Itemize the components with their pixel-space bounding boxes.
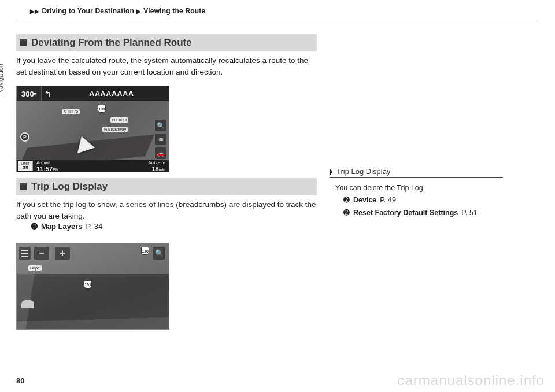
- page-number: 80: [16, 376, 24, 385]
- section-title: Trip Log Display: [31, 181, 108, 193]
- zoom-out-icon: −: [34, 247, 49, 260]
- menu-icon: [19, 247, 31, 260]
- route-shield-icon: 110: [141, 247, 149, 255]
- breadcrumb: ▶▶ Driving to Your Destination ▶ Viewing…: [16, 7, 539, 15]
- divider: [16, 19, 539, 19]
- street-label: N Hill St: [110, 117, 128, 123]
- parking-icon: P: [20, 132, 29, 142]
- breadcrumb-part-2: Viewing the Route: [143, 7, 205, 15]
- section-bullet-icon: [20, 183, 27, 190]
- map-area: − + 🔍 Hope 101 110: [17, 243, 169, 329]
- turn-icon: ↰: [42, 86, 54, 101]
- search-icon: 🔍: [153, 247, 165, 260]
- zoom-in-icon: +: [55, 247, 70, 260]
- page-body: Deviating From the Planned Route If you …: [16, 33, 539, 335]
- manual-page: ▶▶ Driving to Your Destination ▶ Viewing…: [0, 0, 555, 392]
- street-label: Hope: [28, 265, 42, 271]
- street-grid: [16, 274, 169, 330]
- side-note-text: You can delete the Trip Log.: [335, 183, 503, 194]
- side-note-title: Trip Log Display: [336, 167, 390, 176]
- nav-bottom-bar: LIMIT35 Arrival11:57PM Arrive In18min: [17, 160, 169, 172]
- map-area: P N Hill St N Hill St N Broadway 101 🔍 ≋…: [17, 101, 169, 160]
- speed-limit-sign: LIMIT35: [18, 161, 33, 171]
- layers-icon: ≋: [155, 134, 166, 145]
- section-body: If you set the trip log to show, a serie…: [16, 195, 317, 237]
- nav-top-bar: 300ft ↰ AAAAAAAA: [17, 86, 169, 101]
- mouse-icon: [21, 300, 34, 308]
- side-note-body: You can delete the Trip Log. ➋ Device P.…: [330, 183, 503, 219]
- nav-screenshot-triplog: − + 🔍 Hope 101 110: [16, 243, 169, 330]
- arrival-time: Arrival11:57PM: [36, 160, 59, 172]
- breadcrumb-arrow-icon: ▶: [136, 8, 141, 14]
- xref-page: P. 34: [86, 221, 103, 232]
- main-column: Deviating From the Planned Route If you …: [16, 33, 317, 335]
- search-icon: 🔍: [155, 120, 166, 131]
- xref-label: Reset Factory Default Settings: [353, 208, 458, 219]
- xref-arrow-icon: ➋: [31, 221, 38, 232]
- xref-label: Map Layers: [41, 221, 83, 232]
- side-note-column: ⦊ Trip Log Display You can delete the Tr…: [330, 33, 503, 335]
- next-street: AAAAAAAA: [54, 90, 169, 98]
- section-body-text: If you set the trip log to show, a serie…: [16, 200, 316, 220]
- street-label: N Broadway: [102, 127, 128, 132]
- street-label: N Hill St: [62, 109, 80, 114]
- section-heading-deviating: Deviating From the Planned Route: [16, 34, 317, 51]
- section-title: Deviating From the Planned Route: [31, 37, 192, 49]
- section-bullet-icon: [20, 39, 27, 46]
- xref-arrow-icon: ➋: [343, 208, 350, 219]
- watermark: carmanualsonline.info: [398, 372, 545, 389]
- route-shield-icon: 101: [98, 105, 106, 113]
- section-body: If you leave the calculated route, the s…: [16, 51, 317, 82]
- zoom-controls: − +: [34, 247, 70, 260]
- vehicle-icon: 🚗: [155, 147, 166, 159]
- xref-label: Device: [353, 195, 376, 206]
- side-tab-label: Navigation: [0, 52, 5, 105]
- nav-screenshot-deviating: P N Hill St N Hill St N Broadway 101 🔍 ≋…: [16, 86, 169, 172]
- route-shield-icon: 101: [84, 280, 92, 289]
- breadcrumb-part-1: Driving to Your Destination: [42, 7, 134, 15]
- xref-page: P. 49: [380, 195, 396, 206]
- cross-reference: ➋ Map Layers P. 34: [16, 221, 317, 232]
- distance-value: 300ft: [17, 86, 42, 101]
- xref-arrow-icon: ➋: [343, 195, 350, 206]
- xref-page: P. 51: [461, 208, 478, 219]
- map-tool-stack: 🔍 ≋ 🚗: [155, 120, 166, 159]
- side-note-heading: ⦊ Trip Log Display: [330, 167, 503, 178]
- section-heading-triplog: Trip Log Display: [16, 178, 317, 195]
- arrive-in: Arrive In18min: [148, 160, 169, 172]
- side-note-icon: ⦊: [330, 168, 333, 176]
- cross-reference: ➋ Reset Factory Default Settings P. 51: [335, 208, 503, 219]
- cross-reference: ➋ Device P. 49: [335, 195, 503, 206]
- breadcrumb-arrow-icon: ▶▶: [30, 8, 39, 14]
